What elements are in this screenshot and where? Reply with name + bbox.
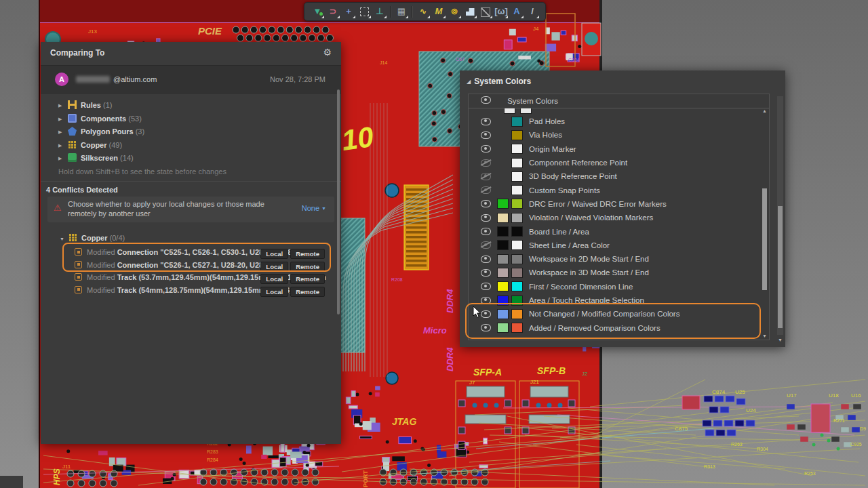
color-swatch-2[interactable] xyxy=(511,171,523,182)
text-icon[interactable]: A xyxy=(509,4,524,19)
line-icon[interactable]: / xyxy=(525,4,540,19)
scroll-down-icon[interactable]: ▼ xyxy=(777,338,783,342)
color-swatch-1[interactable] xyxy=(497,240,509,250)
color-row-not-changed-modified-comparison-colors[interactable]: Not Changed / Modified Comparison Colors xyxy=(469,307,769,321)
list-scrollbar[interactable]: ▲ ▼ xyxy=(761,108,768,338)
color-swatch-2[interactable] xyxy=(511,309,523,319)
color-row-sheet-line-area-color[interactable]: Sheet Line / Area Color xyxy=(469,239,769,252)
tree-item-silkscreen[interactable]: ▶Silkscreen (14) xyxy=(58,152,334,165)
color-swatch-1[interactable] xyxy=(497,323,509,333)
eye-off-icon[interactable] xyxy=(481,159,491,167)
remote-button[interactable]: Remote xyxy=(290,262,325,272)
color-group-row[interactable]: System Colors xyxy=(469,94,769,108)
color-swatch-1[interactable] xyxy=(497,268,509,278)
color-swatch-2[interactable] xyxy=(511,117,523,127)
color-swatch-2[interactable] xyxy=(511,185,523,195)
color-swatch-2[interactable] xyxy=(511,281,523,291)
eye-icon[interactable] xyxy=(481,297,491,304)
color-swatch-2[interactable] xyxy=(511,226,523,237)
scroll-down-icon[interactable]: ▼ xyxy=(761,333,768,338)
local-button[interactable]: Local xyxy=(260,274,288,284)
eye-off-icon[interactable] xyxy=(481,173,491,180)
measure-icon[interactable]: [ω] xyxy=(494,4,509,19)
tree-item-polygon-pours[interactable]: ▶Polygon Pours (3) xyxy=(58,125,334,139)
remote-button[interactable]: Remote xyxy=(290,249,325,259)
eye-icon[interactable] xyxy=(481,214,491,222)
eye-icon[interactable] xyxy=(481,118,491,125)
local-button[interactable]: Local xyxy=(260,287,288,297)
color-row-3d-body-reference-point[interactable]: 3D Body Reference Point xyxy=(469,169,769,183)
section-header-system-colors[interactable]: ◢System Colors xyxy=(467,77,531,86)
resolution-dropdown[interactable]: None ▼ xyxy=(302,204,326,212)
color-row-workspace-in-3d-mode-start-end[interactable]: Workspace in 3D Mode Start / End xyxy=(469,266,769,279)
expand-arrow-icon[interactable]: ▶ xyxy=(58,152,66,165)
panel-scrollbar[interactable] xyxy=(337,89,340,314)
scroll-thumb[interactable] xyxy=(778,206,783,328)
diff-pair-route-icon[interactable]: M xyxy=(431,4,446,19)
panel-scrollbar[interactable]: ▼ xyxy=(777,96,783,335)
eye-icon[interactable] xyxy=(481,200,491,207)
remote-button[interactable]: Remote xyxy=(290,287,325,297)
color-swatch-1[interactable] xyxy=(497,309,509,319)
tree-item-components[interactable]: ▶Components (53) xyxy=(58,113,334,126)
color-swatch-2[interactable] xyxy=(511,144,523,154)
color-row-violation-waived-violation-markers[interactable]: Violation / Waived Violation Markers xyxy=(469,211,769,224)
eye-icon[interactable] xyxy=(481,256,491,263)
color-swatch-2[interactable] xyxy=(511,254,523,264)
scroll-up-icon[interactable]: ▲ xyxy=(761,108,768,113)
color-swatch-2[interactable] xyxy=(511,158,523,168)
color-row-drc-error-waived-drc-error-markers[interactable]: DRC Error / Waived DRC Error Markers xyxy=(469,197,769,211)
eye-icon[interactable] xyxy=(481,131,491,139)
dimension-icon[interactable] xyxy=(478,4,493,19)
route-icon[interactable]: ∿ xyxy=(416,4,431,19)
color-swatch-2[interactable] xyxy=(511,240,523,250)
color-swatch-2[interactable] xyxy=(511,199,523,209)
expand-arrow-icon[interactable]: ▶ xyxy=(58,139,66,152)
crosshair-icon[interactable]: + xyxy=(341,4,356,19)
eye-icon[interactable] xyxy=(481,96,491,104)
via-icon[interactable]: ⊚ xyxy=(447,4,462,19)
commit-row[interactable]: A @altium.com Nov 28, 7:28 PM xyxy=(41,65,341,94)
color-swatch-2[interactable] xyxy=(511,130,523,140)
color-swatch-1[interactable] xyxy=(497,296,509,306)
color-row-origin-marker[interactable]: Origin Marker xyxy=(469,142,769,156)
color-swatch-2[interactable] xyxy=(511,296,523,306)
alignment-icon[interactable]: ⊥ xyxy=(372,4,387,19)
scroll-thumb[interactable] xyxy=(762,188,767,290)
local-button[interactable]: Local xyxy=(260,249,288,259)
expand-arrow-icon[interactable]: ▶ xyxy=(58,99,66,112)
color-row-area-touch-rectangle-selection[interactable]: Area / Touch Rectangle Selection xyxy=(469,293,769,307)
selection-box-icon[interactable] xyxy=(357,4,372,19)
eye-icon[interactable] xyxy=(481,324,491,331)
polygon-pour-icon[interactable] xyxy=(462,4,477,19)
component-icon[interactable]: ▦ xyxy=(394,4,409,19)
eye-icon[interactable] xyxy=(481,269,491,277)
color-swatch-1[interactable] xyxy=(497,213,509,223)
color-row-via-holes[interactable]: Via Holes xyxy=(469,128,769,142)
color-swatch-1[interactable] xyxy=(497,254,509,264)
color-swatch-2[interactable] xyxy=(511,268,523,278)
gear-icon[interactable]: ⚙ xyxy=(323,47,332,58)
color-swatch-1[interactable] xyxy=(497,226,509,237)
eye-off-icon[interactable] xyxy=(481,241,491,249)
color-row-component-reference-point[interactable]: Component Reference Point xyxy=(469,156,769,169)
eye-icon[interactable] xyxy=(481,228,491,235)
expand-arrow-icon[interactable]: ▶ xyxy=(58,125,66,138)
color-row-pad-holes[interactable]: Pad Holes xyxy=(469,115,769,128)
color-swatch-1[interactable] xyxy=(497,281,509,291)
eye-icon[interactable] xyxy=(481,283,491,290)
color-row-added-removed-comparison-colors[interactable]: Added / Removed Comparison Colors xyxy=(469,321,769,334)
eye-icon[interactable] xyxy=(481,145,491,152)
local-button[interactable]: Local xyxy=(260,262,288,272)
color-row-first-second-dimension-line[interactable]: First / Second Dimension Line xyxy=(469,280,769,293)
expand-arrow-icon[interactable]: ▶ xyxy=(58,113,66,125)
magnet-icon[interactable]: ⊃ xyxy=(326,4,340,19)
color-row-workspace-in-2d-mode-start-end[interactable]: Workspace in 2D Mode Start / End xyxy=(469,252,769,266)
tree-item-rules[interactable]: ▶Rules (1) xyxy=(58,99,334,113)
color-swatch-2[interactable] xyxy=(511,323,523,333)
color-row-custom-snap-points[interactable]: Custom Snap Points xyxy=(469,183,769,197)
color-row-board-line-area[interactable]: Board Line / Area xyxy=(469,224,769,238)
filter-icon[interactable]: ▼ xyxy=(310,4,325,19)
eye-icon[interactable] xyxy=(481,310,491,318)
color-swatch-2[interactable] xyxy=(511,213,523,223)
